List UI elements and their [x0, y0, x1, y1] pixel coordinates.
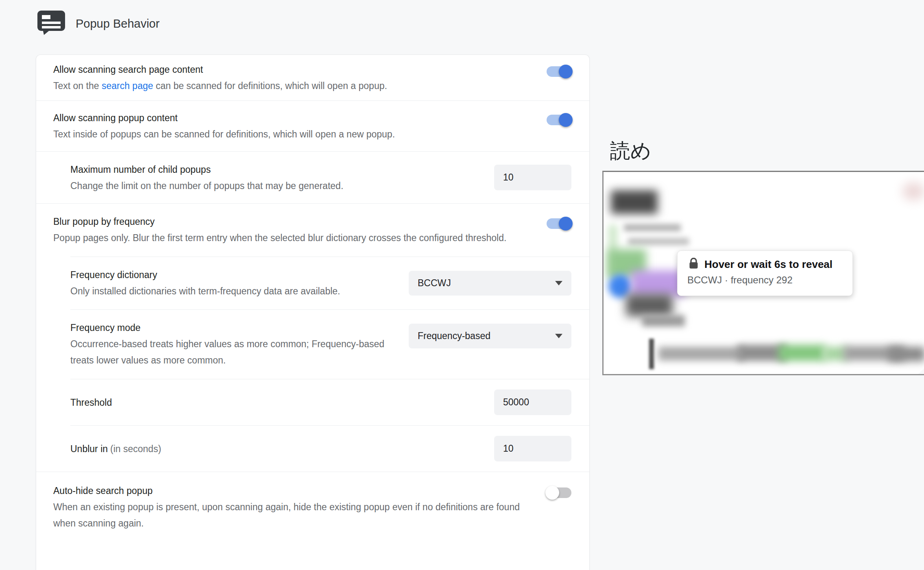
page-title: Popup Behavior — [76, 17, 159, 30]
lock-icon — [689, 258, 698, 271]
setting-title: Unblur in(in seconds) — [70, 441, 478, 457]
max-child-popups-input[interactable] — [494, 165, 571, 190]
unblur-in-input[interactable] — [494, 436, 571, 461]
setting-row-threshold: Threshold — [36, 379, 589, 425]
toggle-knob — [545, 486, 559, 500]
toggle-allow-scan-search[interactable] — [547, 66, 571, 77]
blurred-text — [626, 294, 673, 316]
blurred-cursor — [649, 339, 654, 369]
setting-title: Allow scanning popup content — [53, 110, 530, 126]
scanned-selection-text: 読め — [610, 137, 651, 165]
setting-title: Allow scanning search page content — [53, 61, 530, 78]
resize-corner — [917, 365, 924, 375]
threshold-input[interactable] — [494, 389, 571, 415]
settings-card: Allow scanning search page content Text … — [36, 54, 590, 570]
setting-row-unblur-in: Unblur in(in seconds) — [36, 426, 589, 472]
search-page-link[interactable]: search page — [102, 80, 153, 91]
setting-title: Auto-hide search popup — [53, 483, 530, 499]
setting-row-frequency-mode: Frequency mode Occurrence-based treats h… — [36, 310, 589, 379]
blurred-sentence — [888, 347, 924, 361]
blur-reveal-tooltip[interactable]: Hover or wait 6s to reveal BCCWJ · frequ… — [677, 250, 853, 296]
blurred-sentence — [658, 347, 744, 361]
setting-title-note: (in seconds) — [110, 444, 161, 454]
reveal-subtitle: BCCWJ · frequency 292 — [687, 274, 844, 286]
blurred-term — [611, 190, 658, 214]
toggle-knob — [559, 65, 573, 78]
section-header: Popup Behavior — [37, 11, 159, 37]
toggle-blur-popup[interactable] — [547, 218, 571, 229]
setting-row-blur-popup: Blur popup by frequency Popup pages only… — [36, 204, 589, 257]
setting-description: Text inside of popups can be scanned for… — [53, 126, 530, 142]
setting-row-max-child-popups: Maximum number of child popups Change th… — [36, 152, 589, 203]
setting-row-frequency-dictionary: Frequency dictionary Only installed dict… — [36, 257, 589, 309]
setting-title: Frequency dictionary — [70, 267, 392, 283]
setting-row-auto-hide: Auto-hide search popup When an existing … — [36, 472, 589, 538]
selected-value: BCCWJ — [418, 278, 451, 289]
toggle-knob — [559, 113, 573, 127]
dropdown-arrow-icon — [555, 281, 562, 285]
frequency-mode-select[interactable]: Frequency-based — [409, 324, 571, 348]
blurred-sentence — [778, 345, 825, 361]
setting-description: Popup pages only. Blur the first term en… — [53, 230, 530, 246]
setting-title: Blur popup by frequency — [53, 213, 530, 230]
blurred-shape — [628, 238, 689, 245]
setting-title: Maximum number of child popups — [70, 161, 478, 178]
reveal-title: Hover or wait 6s to reveal — [704, 258, 832, 271]
setting-row-allow-scan-search: Allow scanning search page content Text … — [36, 55, 589, 100]
dropdown-arrow-icon — [555, 334, 562, 338]
setting-description: Occurrence-based treats higher values as… — [70, 336, 392, 368]
setting-description: Change the limit on the number of popups… — [70, 178, 478, 194]
setting-description: Text on the search page can be scanned f… — [53, 78, 530, 94]
selected-value: Frequency-based — [418, 331, 490, 342]
blurred-tag — [631, 270, 684, 297]
toggle-auto-hide[interactable] — [547, 487, 571, 498]
setting-title: Frequency mode — [70, 320, 392, 336]
frequency-dictionary-select[interactable]: BCCWJ — [409, 271, 571, 296]
setting-description: Only installed dictionaries with term-fr… — [70, 283, 392, 299]
blurred-audio-icon — [902, 182, 924, 200]
setting-row-allow-scan-popup: Allow scanning popup content Text inside… — [36, 101, 589, 151]
blurred-text — [642, 315, 685, 326]
popup-icon — [37, 11, 65, 37]
blurred-shape — [624, 224, 681, 231]
toggle-knob — [559, 217, 573, 231]
setting-title: Threshold — [70, 394, 478, 411]
setting-description: When an existing popup is present, upon … — [53, 499, 530, 531]
toggle-allow-scan-popup[interactable] — [547, 115, 571, 125]
